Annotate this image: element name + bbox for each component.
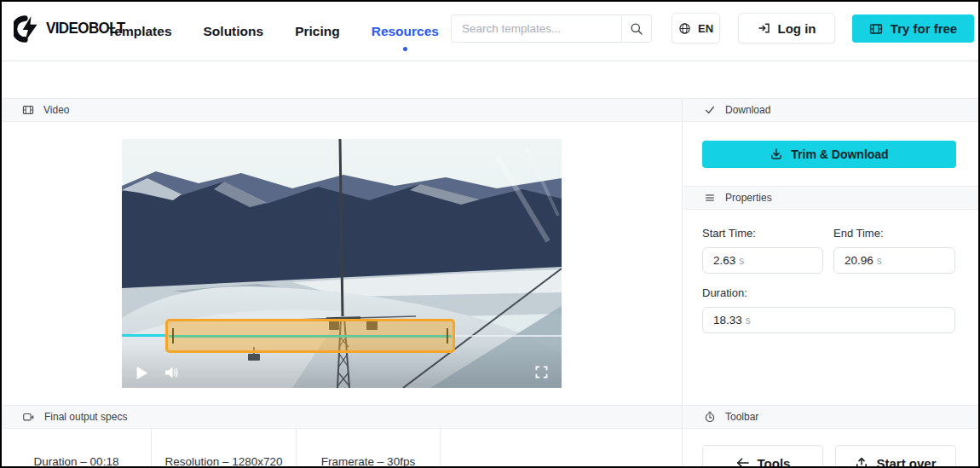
search-input[interactable]	[452, 22, 621, 35]
clock-icon	[704, 411, 716, 423]
login-button[interactable]: Log in	[738, 13, 835, 43]
fullscreen-button[interactable]	[535, 366, 548, 378]
timeline-remaining-bar[interactable]	[455, 335, 562, 337]
download-section-title: Download	[725, 104, 770, 116]
duration-value: 18.33	[713, 314, 742, 326]
tools-label: Tools	[758, 456, 791, 468]
videobolt-trim-page: VIDEOBOLT Templates Solutions Pricing Re…	[0, 0, 980, 468]
start-time-value: 2.63	[713, 254, 735, 267]
volume-icon	[164, 366, 180, 379]
play-icon	[136, 367, 148, 379]
trim-handle-right[interactable]	[447, 328, 448, 344]
fullscreen-icon	[535, 366, 548, 378]
start-time-input[interactable]: 2.63 s	[702, 247, 823, 274]
login-icon	[758, 21, 771, 35]
nav-item-solutions[interactable]: Solutions	[204, 24, 264, 39]
film-icon	[22, 104, 34, 116]
videobolt-bolt-icon	[14, 14, 41, 44]
login-label: Log in	[778, 21, 816, 36]
video-panel: Video	[2, 98, 683, 466]
tools-button[interactable]: Tools	[702, 445, 823, 468]
volume-button[interactable]	[164, 366, 180, 379]
properties-section-title: Properties	[725, 192, 772, 204]
side-panel: Download Trim & Download Properties Star…	[683, 98, 978, 466]
specs-section-title: Final output specs	[44, 411, 127, 423]
end-time-label: End Time:	[833, 227, 955, 240]
toolbar-section-header: Toolbar	[683, 405, 978, 429]
start-time-unit: s	[739, 255, 744, 267]
nav-item-templates[interactable]: Templates	[107, 24, 172, 39]
end-time-value: 20.96	[845, 254, 873, 267]
trim-download-label: Trim & Download	[791, 147, 888, 161]
trim-download-button[interactable]: Trim & Download	[702, 141, 956, 168]
start-over-label: Start over	[876, 456, 936, 468]
duration-label: Duration:	[702, 286, 954, 299]
video-section-header: Video	[2, 98, 682, 122]
globe-icon	[678, 22, 691, 35]
language-button[interactable]: EN	[672, 13, 720, 43]
cta-label: Try for free	[891, 21, 957, 36]
nav-item-pricing[interactable]: Pricing	[295, 24, 340, 39]
spec-duration: Duration – 00:18	[2, 429, 152, 468]
arrow-left-icon	[735, 457, 750, 468]
timeline-played-bar[interactable]	[122, 334, 168, 337]
language-label: EN	[698, 22, 713, 35]
try-for-free-button[interactable]: Try for free	[852, 14, 974, 43]
main-nav: Templates Solutions Pricing Resources	[107, 2, 439, 61]
specs-row: Duration – 00:18 Resolution – 1280x720 F…	[2, 429, 682, 468]
duration-input[interactable]: 18.33 s	[702, 307, 955, 333]
spec-empty-cell	[441, 429, 682, 468]
check-icon	[704, 104, 716, 116]
properties-section-header: Properties	[683, 186, 978, 210]
play-button[interactable]	[136, 367, 148, 379]
spec-resolution: Resolution – 1280x720	[152, 429, 297, 468]
trim-handle-left[interactable]	[172, 328, 174, 344]
start-over-icon	[855, 456, 868, 468]
end-time-unit: s	[877, 255, 882, 267]
trim-selection-region[interactable]	[165, 319, 455, 353]
end-time-input[interactable]: 20.96 s	[833, 247, 955, 274]
download-icon	[770, 147, 783, 161]
properties-body: Start Time: End Time: 2.63 s 20.96 s Dur…	[683, 210, 978, 405]
duration-unit: s	[746, 315, 751, 326]
list-lines-icon	[704, 192, 716, 204]
video-player[interactable]	[122, 139, 562, 388]
top-navbar: VIDEOBOLT Templates Solutions Pricing Re…	[2, 2, 978, 61]
spec-framerate: Framerate – 30fps	[297, 429, 441, 468]
video-camera-icon	[22, 411, 35, 423]
start-time-label: Start Time:	[702, 227, 823, 240]
toolbar-body: Tools Start over	[683, 429, 978, 468]
search-icon[interactable]	[622, 22, 651, 36]
trim-selection-track	[169, 335, 452, 338]
video-section-title: Video	[43, 104, 69, 116]
specs-section-header: Final output specs	[2, 405, 682, 429]
video-stage	[2, 122, 682, 405]
nav-item-resources[interactable]: Resources	[372, 24, 439, 39]
search-box	[451, 14, 652, 43]
download-section-header: Download	[683, 98, 978, 122]
toolbar-section-title: Toolbar	[725, 411, 758, 423]
download-body: Trim & Download	[683, 122, 978, 186]
film-icon	[869, 22, 883, 36]
start-over-button[interactable]: Start over	[835, 445, 956, 468]
